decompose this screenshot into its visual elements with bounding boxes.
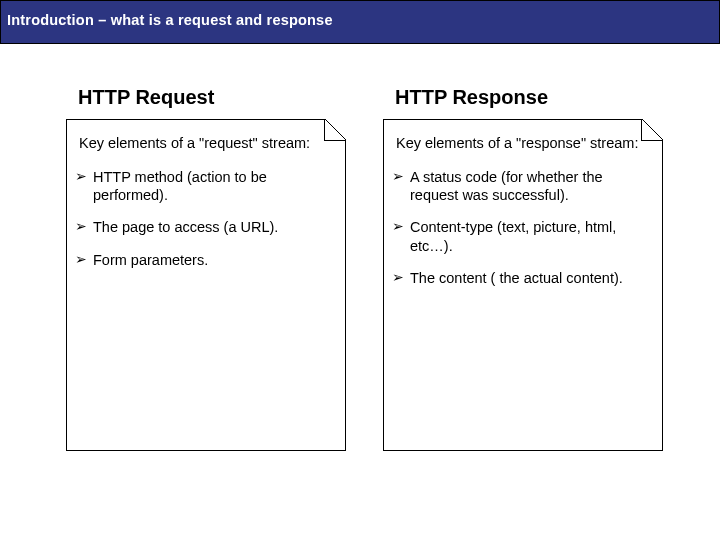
content-columns: HTTP Request Key elements of a "request"… [0,44,720,451]
right-column-title: HTTP Response [395,86,666,109]
list-item: Content-type (text, picture, html, etc…)… [392,218,652,254]
request-intro: Key elements of a "request" stream: [75,134,335,152]
slide-title: Introduction – what is a request and res… [7,12,333,28]
response-intro: Key elements of a "response" stream: [392,134,652,152]
slide-title-bar: Introduction – what is a request and res… [0,0,720,44]
right-column: HTTP Response Key elements of a "respons… [383,86,666,451]
list-item: Form parameters. [75,251,335,269]
response-bullet-list: A status code (for whether the request w… [392,168,652,287]
list-item: A status code (for whether the request w… [392,168,652,204]
list-item: The content ( the actual content). [392,269,652,287]
request-bullet-list: HTTP method (action to be performed). Th… [75,168,335,269]
response-note-card: Key elements of a "response" stream: A s… [383,119,663,451]
left-column-title: HTTP Request [78,86,349,109]
list-item: HTTP method (action to be performed). [75,168,335,204]
left-column: HTTP Request Key elements of a "request"… [66,86,349,451]
list-item: The page to access (a URL). [75,218,335,236]
request-note-card: Key elements of a "request" stream: HTTP… [66,119,346,451]
